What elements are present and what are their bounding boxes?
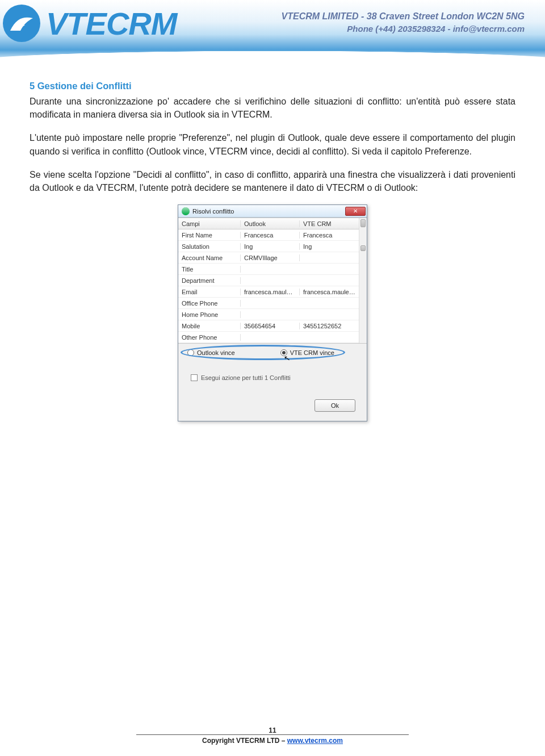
scrollbar[interactable]	[359, 218, 367, 343]
cell-field: Email	[178, 289, 241, 295]
table-header-row: Campi Outlook VTE CRM	[178, 218, 367, 229]
section-title: 5 Gestione dei Conflitti	[30, 81, 515, 91]
conflict-choice-area: Outlook vince VTE CRM vince ↖	[178, 344, 367, 364]
dialog-titlebar[interactable]: Risolvi conflitto ✕	[178, 205, 367, 218]
dialog-buttons: Ok	[178, 386, 367, 421]
close-button[interactable]: ✕	[345, 207, 366, 216]
cell-field: Other Phone	[178, 334, 241, 341]
cell-vtecrm: Ing	[300, 243, 359, 250]
table-row[interactable]: Office Phone	[178, 298, 367, 309]
table-row[interactable]: Title	[178, 264, 367, 275]
cell-field: Mobile	[178, 323, 241, 329]
table-row[interactable]: Salutation Ing Ing	[178, 241, 367, 252]
table-row[interactable]: Account Name CRMVIllage	[178, 252, 367, 264]
cell-outlook: Ing	[241, 243, 300, 250]
cell-vtecrm: 34551252652	[300, 323, 359, 329]
radio-icon	[187, 349, 194, 356]
cell-outlook: francesca.maule@cr...	[241, 289, 300, 295]
paragraph-1: Durante una sincronizzazione po' accader…	[30, 95, 515, 121]
ok-button[interactable]: Ok	[315, 399, 355, 412]
table-row[interactable]: First Name Francesca Francesca	[178, 229, 367, 241]
scroll-thumb	[360, 245, 366, 251]
paragraph-3: Se viene scelta l'opzione "Decidi al con…	[30, 168, 515, 194]
cell-field: First Name	[178, 232, 241, 239]
cell-field: Salutation	[178, 243, 241, 250]
cell-field: Account Name	[178, 254, 241, 261]
radio-vtecrm-label: VTE CRM vince	[290, 349, 334, 356]
table-row[interactable]: Mobile 356654654 34551252652	[178, 320, 367, 332]
page-number: 11	[0, 726, 545, 734]
cell-outlook: Francesca	[241, 232, 300, 239]
document-body: 5 Gestione dei Conflitti Durante una sin…	[0, 62, 545, 421]
cell-outlook: 356654654	[241, 323, 300, 329]
paragraph-2: L'utente può impostare nelle proprie "Pr…	[30, 131, 515, 157]
app-icon	[182, 207, 190, 215]
apply-all-label: Esegui azione per tutti 1 Conflitti	[201, 374, 291, 381]
conflict-dialog: Risolvi conflitto ✕ Campi Outlook VTE CR…	[178, 204, 367, 421]
cell-field: Title	[178, 266, 241, 273]
footer-link[interactable]: www.vtecrm.com	[287, 737, 343, 745]
table-row[interactable]: Other Phone	[178, 332, 367, 343]
column-header-outlook[interactable]: Outlook	[241, 220, 300, 227]
apply-all-checkbox[interactable]	[191, 374, 198, 381]
header-wave	[0, 34, 545, 62]
cell-field: Home Phone	[178, 311, 241, 318]
conflict-table: Campi Outlook VTE CRM First Name Frances…	[178, 218, 367, 344]
page-header: VTECRM VTECRM LIMITED - 38 Craven Street…	[0, 0, 545, 62]
page-footer: 11 Copyright VTECRM LTD – www.vtecrm.com	[0, 726, 545, 745]
column-header-field[interactable]: Campi	[178, 220, 241, 227]
header-contact: VTECRM LIMITED - 38 Craven Street London…	[282, 11, 525, 34]
scroll-up-icon	[360, 219, 366, 227]
footer-divider	[136, 734, 409, 735]
cursor-icon: ↖	[283, 353, 291, 363]
apply-all-row: Esegui azione per tutti 1 Conflitti	[178, 364, 367, 386]
table-row[interactable]: Email francesca.maule@cr... francesca.ma…	[178, 286, 367, 298]
table-row[interactable]: Department	[178, 275, 367, 286]
cell-field: Office Phone	[178, 300, 241, 307]
header-address: VTECRM LIMITED - 38 Craven Street London…	[282, 11, 525, 22]
cell-outlook: CRMVIllage	[241, 254, 300, 261]
table-row[interactable]: Home Phone	[178, 309, 367, 320]
radio-outlook-label: Outlook vince	[197, 349, 235, 356]
column-header-vtecrm[interactable]: VTE CRM	[300, 220, 359, 227]
close-icon: ✕	[353, 208, 358, 214]
header-phone-email: Phone (+44) 2035298324 - info@vtecrm.com	[282, 24, 525, 34]
cell-field: Department	[178, 277, 241, 284]
dialog-title: Risolvi conflitto	[192, 208, 234, 215]
copyright-text: Copyright VTECRM LTD –	[202, 737, 287, 745]
copyright-line: Copyright VTECRM LTD – www.vtecrm.com	[0, 737, 545, 745]
ok-button-label: Ok	[331, 402, 339, 409]
cell-vtecrm: Francesca	[300, 232, 359, 239]
cell-vtecrm: francesca.maule@cr...	[300, 289, 359, 295]
radio-outlook-wins[interactable]: Outlook vince	[187, 349, 235, 356]
